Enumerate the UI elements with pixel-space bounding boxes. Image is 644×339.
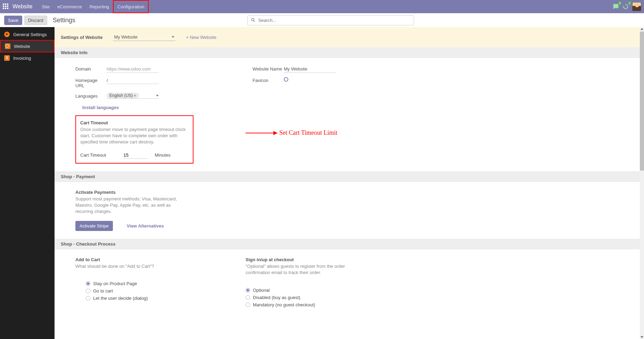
- languages-select[interactable]: English (US) ×: [107, 93, 159, 99]
- radio-go-to-cart[interactable]: Go to cart: [86, 288, 187, 293]
- view-alternatives-link[interactable]: View Alternatives: [127, 223, 164, 229]
- language-tag: English (US) ×: [107, 93, 139, 98]
- cart-timeout-title: Cart Timeout: [80, 120, 189, 125]
- section-header-checkout: Shop - Checkout Process: [55, 239, 644, 249]
- tag-remove-icon[interactable]: ×: [134, 93, 136, 98]
- homepage-label: Homepage URL: [75, 77, 107, 88]
- document-icon: $: [4, 55, 10, 61]
- page-title: Settings: [53, 17, 75, 24]
- activate-payments-title: Activate Payments: [75, 190, 623, 195]
- search-icon: [251, 18, 256, 24]
- user-avatar[interactable]: [632, 2, 641, 11]
- sidebar-item-label: Website: [14, 44, 30, 49]
- scrollbar-thumb[interactable]: [640, 32, 644, 171]
- messages-icon[interactable]: 5: [613, 3, 619, 10]
- globe-icon: [5, 43, 10, 49]
- radio-mandatory[interactable]: Mandatory (no guest checkout): [246, 302, 357, 307]
- favicon-preview[interactable]: [284, 77, 288, 82]
- domain-label: Domain: [75, 66, 107, 72]
- website-select[interactable]: My Website: [113, 33, 175, 41]
- domain-input[interactable]: [107, 66, 159, 73]
- radio-optional[interactable]: Optional: [246, 288, 357, 293]
- scroll-up-icon[interactable]: [641, 28, 643, 30]
- sidebar-item-invoicing[interactable]: $ Invoicing: [0, 52, 55, 64]
- activate-stripe-button[interactable]: Activate Stripe: [75, 221, 113, 231]
- section-header-payment: Shop - Payment: [55, 171, 644, 182]
- sidebar-item-label: Invoicing: [13, 56, 31, 61]
- discard-button[interactable]: Discard: [24, 16, 47, 25]
- radio-user-decide[interactable]: Let the user decide (dialog): [86, 296, 187, 301]
- settings-band: Settings of Website My Website + New Web…: [55, 27, 644, 47]
- settings-content: Settings of Website My Website + New Web…: [55, 27, 644, 339]
- svg-line-1: [254, 20, 255, 22]
- cart-timeout-desc: Once customer move to payment page timeo…: [80, 126, 189, 146]
- svg-point-0: [252, 18, 254, 21]
- settings-sidebar: General Settings Website $ Invoicing: [0, 27, 55, 339]
- search-input[interactable]: [258, 18, 411, 23]
- nav-reporting[interactable]: Reporting: [86, 0, 113, 13]
- activity-icon[interactable]: 2: [622, 3, 629, 10]
- favicon-label: Favicon: [253, 77, 284, 83]
- chevron-down-icon: [172, 36, 174, 38]
- band-label: Settings of Website: [61, 35, 102, 40]
- cart-timeout-input[interactable]: [123, 152, 148, 159]
- scrollbar[interactable]: [640, 27, 644, 339]
- apps-icon[interactable]: [3, 3, 9, 10]
- nav-configuration[interactable]: Configuration: [113, 0, 149, 13]
- search-input-wrap: [247, 15, 414, 25]
- nav-site[interactable]: Site: [38, 0, 53, 13]
- languages-label: Languages: [75, 93, 107, 99]
- add-to-cart-title: Add to Cart: [75, 257, 187, 262]
- save-button[interactable]: Save: [4, 16, 22, 25]
- activate-payments-desc: Support most payment methods; Visa, Mast…: [75, 196, 187, 215]
- sidebar-item-label: General Settings: [13, 32, 47, 37]
- website-name-input[interactable]: [284, 66, 336, 73]
- cart-timeout-label: Cart Timeout: [80, 152, 106, 158]
- action-bar: Save Discard Settings: [0, 13, 644, 27]
- chevron-down-icon: [156, 95, 159, 97]
- homepage-input[interactable]: [107, 77, 159, 84]
- cart-timeout-box: Cart Timeout Once customer move to payme…: [75, 115, 193, 164]
- add-to-cart-desc: What should be done on "Add to Cart"?: [75, 263, 187, 270]
- gear-icon: [4, 32, 10, 37]
- signin-desc: "Optional" allows guests to register fro…: [246, 263, 357, 276]
- top-navbar: Website Site eCommerce Reporting Configu…: [0, 0, 644, 13]
- nav-ecommerce[interactable]: eCommerce: [53, 0, 86, 13]
- radio-disabled[interactable]: Disabled (buy as guest): [246, 295, 357, 300]
- install-languages-link[interactable]: Install languages: [82, 105, 193, 110]
- minutes-label: Minutes: [155, 152, 171, 158]
- sidebar-item-website[interactable]: Website: [0, 40, 55, 52]
- signin-title: Sign in/up at checkout: [246, 257, 357, 262]
- website-name-label: Website Name: [253, 66, 284, 72]
- activity-badge: 2: [628, 1, 631, 5]
- messages-badge: 5: [618, 1, 622, 5]
- scroll-down-icon[interactable]: [641, 336, 643, 338]
- radio-stay-on-page[interactable]: Stay on Product Page: [86, 281, 187, 286]
- brand-title[interactable]: Website: [13, 3, 33, 10]
- section-header-info: Website Info: [55, 47, 644, 58]
- sidebar-item-general[interactable]: General Settings: [0, 29, 55, 40]
- new-website-link[interactable]: + New Website: [186, 35, 216, 40]
